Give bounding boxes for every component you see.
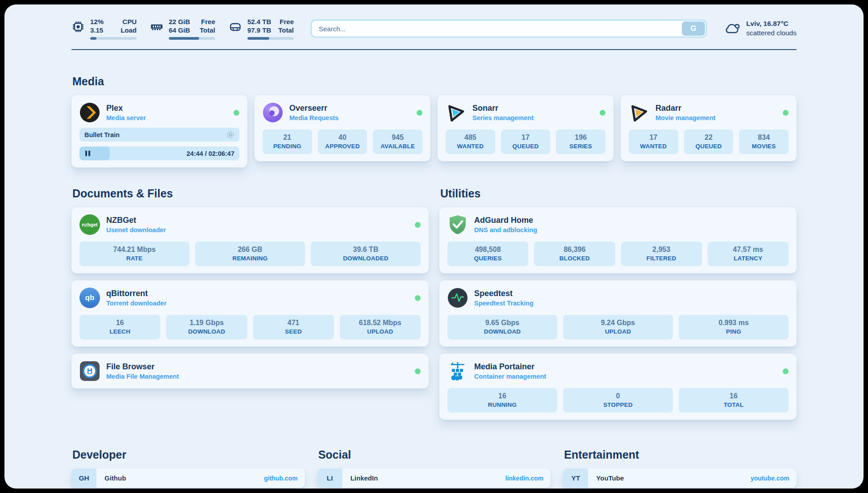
stat-tile: 1.19 Gbps DOWNLOAD — [166, 315, 247, 339]
service-title: Speedtest — [474, 289, 534, 298]
bookmark-linkedin[interactable]: LI LinkedIn linkedin.com — [317, 468, 551, 488]
cpu-label-2: Load — [121, 26, 137, 34]
section-social: Social LI LinkedIn linkedin.com TW Twitt… — [317, 448, 551, 489]
status-dot — [234, 110, 239, 116]
bookmark-name: LinkedIn — [351, 474, 378, 482]
stat-tile: 266 GB REMAINING — [195, 242, 305, 266]
service-title: qBittorrent — [106, 289, 167, 298]
stat-tile: 0.993 ms PING — [679, 315, 789, 339]
session-settings-icon[interactable] — [226, 131, 234, 139]
disk-label-2: Total — [278, 26, 294, 34]
stat-tile: 9.24 Gbps UPLOAD — [563, 315, 673, 339]
service-card-nzbget[interactable]: nzbget NZBGet Usenet downloader 744.21 M… — [71, 207, 429, 273]
section-title-entertainment: Entertainment — [564, 448, 797, 461]
overseerr-icon — [263, 102, 283, 123]
plex-icon — [79, 102, 100, 123]
now-playing-row: Bullet Train — [79, 128, 239, 142]
disk-progress-bar — [247, 37, 294, 40]
stat-tile: 22 QUEUED — [684, 130, 734, 154]
cpu-progress-bar — [90, 37, 137, 40]
disk-label-1: Free — [280, 18, 294, 25]
stat-tile: 17 WANTED — [629, 130, 678, 154]
section-developer: Developer GH Github github.com SO StackO… — [71, 448, 305, 489]
ram-free: 22 GiB — [169, 18, 190, 25]
filebrowser-icon — [79, 361, 100, 381]
bookmark-url[interactable]: github.com — [264, 475, 297, 482]
cpu-label-1: CPU — [122, 18, 137, 25]
section-title-developer: Developer — [72, 448, 305, 461]
cpu-percent: 12% — [90, 18, 104, 25]
ram-total: 64 GiB — [169, 26, 190, 34]
service-subtitle: Speedtest Tracking — [474, 300, 534, 307]
ram-label-1: Free — [201, 18, 215, 25]
bookmark-github[interactable]: GH Github github.com — [71, 468, 305, 488]
bookmark-url[interactable]: youtube.com — [751, 475, 789, 482]
stat-tile: 9.65 Gbps DOWNLOAD — [447, 315, 557, 339]
stat-tile: 47.57 ms LATENCY — [708, 242, 789, 266]
service-subtitle: DNS and adblocking — [474, 226, 537, 234]
service-subtitle: Movie management — [655, 114, 716, 121]
service-title: Radarr — [655, 104, 716, 113]
bookmark-name: YouTube — [596, 474, 624, 482]
service-subtitle: Media server — [106, 114, 146, 121]
bookmark-abbr: LI — [317, 468, 342, 488]
service-subtitle: Container management — [474, 373, 546, 380]
stat-tile: 86,396 BLOCKED — [534, 242, 615, 266]
stat-tile: 40 APPROVED — [318, 130, 367, 154]
system-widgets: 12% 3.15 CPU Load — [71, 17, 294, 40]
playback-progress-bar: 24:44 / 02:06:47 — [79, 146, 239, 160]
status-dot — [415, 295, 421, 301]
dashboard: 12% 3.15 CPU Load — [4, 4, 864, 489]
bookmark-url[interactable]: linkedin.com — [505, 475, 544, 482]
search-engine-button[interactable]: G — [682, 21, 705, 36]
cpu-icon — [71, 20, 85, 35]
stat-tile: 485 WANTED — [446, 130, 495, 154]
bookmark-youtube[interactable]: YT YouTube youtube.com — [563, 468, 797, 488]
stat-tile: 744.21 Mbps RATE — [79, 242, 189, 266]
service-card-radarr[interactable]: Radarr Movie management 17 WANTED 22 QUE… — [621, 95, 797, 161]
section-media: Media Plex Media server Bullet Train — [71, 75, 797, 167]
portainer-icon — [447, 361, 468, 381]
search-input[interactable] — [311, 20, 707, 38]
service-card-speedtest[interactable]: Speedtest Speedtest Tracking 9.65 Gbps D… — [439, 280, 797, 347]
stat-tile: 471 SEED — [253, 315, 334, 339]
disk-total: 97.9 TB — [247, 26, 271, 34]
sonarr-icon — [446, 102, 466, 123]
status-dot — [417, 110, 422, 116]
service-card-qbittorrent[interactable]: qb qBittorrent Torrent downloader 16 LEE… — [71, 280, 429, 347]
header-divider — [71, 49, 797, 50]
service-subtitle: Torrent downloader — [106, 300, 167, 307]
ram-widget: 22 GiB 64 GiB Free Total — [150, 17, 215, 40]
stat-tile: 21 PENDING — [263, 130, 312, 154]
stat-tile: 834 MOVIES — [739, 130, 789, 154]
service-card-overseerr[interactable]: Overseerr Media Requests 21 PENDING 40 A… — [255, 95, 430, 161]
weather-location-temp: Lviv, 16.87°C — [746, 19, 797, 29]
search-bar: G — [311, 20, 707, 38]
disk-widget: 52.4 TB 97.9 TB Free Total — [229, 17, 294, 40]
qbittorrent-icon: qb — [79, 288, 100, 308]
service-card-portainer[interactable]: Media Portainer Container management 16 … — [439, 354, 797, 420]
service-title: Overseerr — [289, 104, 338, 113]
status-dot — [415, 222, 421, 228]
stat-tile: 2,953 FILTERED — [621, 242, 702, 266]
service-title: Media Portainer — [474, 362, 546, 372]
service-title: AdGuard Home — [474, 216, 537, 225]
stat-tile: 16 RUNNING — [447, 388, 557, 413]
cpu-widget: 12% 3.15 CPU Load — [71, 17, 137, 40]
stat-tile: 945 AVAILABLE — [373, 130, 422, 154]
section-utilities: Utilities AdGuard Home DNS and adblockin… — [439, 187, 797, 420]
service-card-adguard[interactable]: AdGuard Home DNS and adblocking 498,508 … — [439, 207, 797, 273]
service-card-plex[interactable]: Plex Media server Bullet Train — [71, 95, 247, 167]
ram-label-2: Total — [200, 26, 215, 34]
section-title-documents: Documents & Files — [72, 187, 429, 200]
stat-tile: 196 SERIES — [556, 130, 605, 154]
service-title: File Browser — [106, 362, 179, 372]
disk-free: 52.4 TB — [247, 18, 271, 25]
section-title-media: Media — [72, 75, 797, 88]
top-bar: 12% 3.15 CPU Load — [71, 15, 797, 42]
service-card-filebrowser[interactable]: File Browser Media File Management — [71, 354, 429, 389]
stat-tile: 498,508 QUERIES — [447, 242, 528, 266]
ram-progress-bar — [169, 37, 215, 40]
stat-tile: 618.52 Mbps UPLOAD — [340, 315, 421, 339]
service-card-sonarr[interactable]: Sonarr Series management 485 WANTED 17 Q… — [438, 95, 613, 161]
